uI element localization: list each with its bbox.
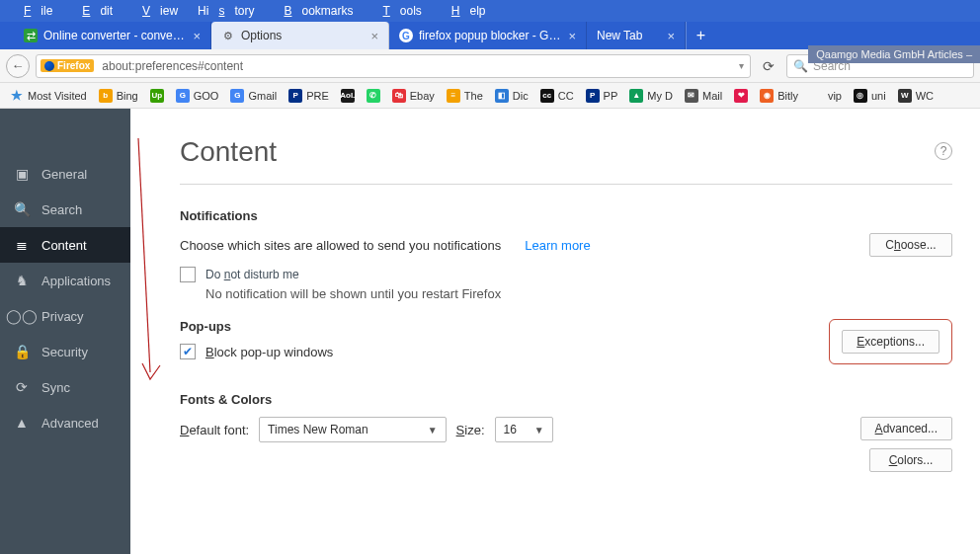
bookmark-icon: ≡ (447, 89, 460, 103)
bookmark-label: uni (871, 90, 886, 102)
notifications-row: Choose which sites are allowed to send y… (180, 233, 952, 257)
help-icon[interactable]: ? (935, 142, 952, 160)
bookmark-item[interactable]: PPP (580, 89, 624, 103)
bookmark-item[interactable]: bBing (93, 89, 144, 103)
sidebar-label: Advanced (41, 416, 99, 431)
default-font-select[interactable]: Times New Roman ▼ (259, 417, 446, 442)
bookmark-icon: ◧ (495, 89, 509, 103)
search-icon: 🔍 (793, 59, 808, 73)
divider (180, 184, 952, 185)
size-label: Size: (456, 423, 485, 437)
sidebar-label: Content (41, 238, 87, 253)
tab-strip: ⇄ Online converter - convert ... × ⚙ Opt… (0, 22, 980, 49)
tab-title: Online converter - convert ... (43, 29, 187, 42)
tab-2[interactable]: G firefox popup blocker - Goo... × (389, 22, 587, 49)
bookmark-icon (810, 89, 824, 103)
sidebar-item-search[interactable]: 🔍Search (0, 192, 130, 227)
menu-bar: File Edit View History Bookmarks Tools H… (0, 0, 980, 22)
menu-view[interactable]: View (122, 4, 188, 18)
bookmark-item[interactable]: ◎uni (848, 89, 892, 103)
dropdown-icon[interactable]: ▾ (733, 60, 750, 71)
menu-bookmarks[interactable]: Bookmarks (264, 4, 363, 18)
bookmark-icon: ✆ (367, 89, 380, 103)
sidebar-label: Security (41, 345, 88, 359)
extension-banner[interactable]: Qaamgo Media GmbH Articles – (808, 45, 980, 63)
sidebar-icon: 🔍 (14, 201, 30, 217)
notifications-heading: Notifications (180, 208, 952, 223)
menu-tools[interactable]: Tools (363, 4, 431, 18)
sidebar-label: General (41, 167, 87, 182)
reload-button[interactable]: ⟳ (757, 54, 780, 78)
sidebar-item-applications[interactable]: ♞Applications (0, 263, 130, 298)
bookmark-item[interactable]: Aol. (335, 89, 361, 103)
close-icon[interactable]: × (193, 29, 201, 43)
menu-file[interactable]: File (4, 4, 62, 18)
url-bar[interactable]: Firefox about:preferences#content ▾ (36, 54, 751, 78)
tab-0[interactable]: ⇄ Online converter - convert ... × (14, 22, 211, 49)
sidebar-label: Applications (41, 274, 111, 288)
sidebar-label: Privacy (41, 309, 84, 324)
bookmark-icon: ◎ (854, 89, 867, 103)
bookmark-item[interactable]: ▲My D (623, 89, 679, 103)
new-tab-button[interactable]: + (686, 22, 715, 49)
bookmark-icon: ▲ (629, 89, 643, 103)
advanced-button[interactable]: Advanced... (860, 417, 952, 440)
close-icon[interactable]: × (667, 29, 675, 43)
bookmark-item[interactable]: 🛍Ebay (386, 89, 441, 103)
bookmark-icon: P (586, 89, 600, 103)
bookmark-item[interactable]: ✆ (361, 89, 386, 103)
bookmark-item[interactable]: ✉Mail (679, 89, 728, 103)
bookmarks-bar: ★Most VisitedbBingUpGGOOGGmailPPREAol.✆🛍… (0, 83, 980, 109)
font-size-select[interactable]: 16 ▼ (495, 417, 553, 442)
sidebar-item-security[interactable]: 🔒Security (0, 334, 130, 369)
bookmark-icon: ✉ (685, 89, 698, 103)
default-font-label: Default font: (180, 423, 249, 437)
bookmark-item[interactable]: ◉Bitly (754, 89, 804, 103)
tab-title: Options (241, 29, 365, 42)
bookmark-item[interactable]: WWC (892, 89, 939, 103)
sidebar-item-general[interactable]: ▣General (0, 156, 130, 192)
close-icon[interactable]: × (370, 29, 378, 43)
tab-title: firefox popup blocker - Goo... (419, 29, 562, 42)
bookmark-label: Mail (702, 90, 722, 102)
back-button[interactable]: ← (6, 54, 30, 78)
block-popups-checkbox[interactable] (180, 344, 196, 359)
sidebar-item-privacy[interactable]: ◯◯Privacy (0, 298, 130, 334)
bookmark-label: Dic (513, 90, 529, 102)
bookmark-item[interactable]: ≡The (441, 89, 489, 103)
close-icon[interactable]: × (568, 29, 576, 43)
dnd-checkbox[interactable] (180, 267, 196, 282)
sidebar-item-sync[interactable]: ⟳Sync (0, 369, 130, 405)
sidebar-icon: ♞ (14, 273, 30, 288)
tab-3[interactable]: New Tab × (587, 22, 686, 49)
sidebar-item-content[interactable]: ≣Content (0, 227, 130, 263)
chevron-down-icon: ▼ (534, 425, 544, 435)
bookmark-item[interactable]: ❤ (728, 89, 754, 103)
bookmark-item[interactable]: ◧Dic (489, 89, 534, 103)
learn-more-link[interactable]: Learn more (525, 238, 590, 253)
sidebar-item-advanced[interactable]: ▲Advanced (0, 405, 130, 440)
bookmark-item[interactable]: Up (144, 89, 170, 103)
colors-button[interactable]: Colors... (869, 448, 952, 472)
bookmark-item[interactable]: ★Most Visited (4, 89, 93, 103)
choose-button[interactable]: Choose... (869, 233, 952, 257)
exceptions-button[interactable]: Exceptions... (842, 330, 939, 354)
sidebar-label: Sync (41, 380, 70, 395)
menu-history[interactable]: History (188, 4, 264, 18)
fonts-heading: Fonts & Colors (180, 392, 952, 407)
bookmark-item[interactable]: ccCC (534, 89, 580, 103)
tab-1[interactable]: ⚙ Options × (211, 22, 389, 49)
bookmark-icon: b (99, 89, 113, 103)
bookmark-label: PRE (306, 90, 329, 102)
bookmark-item[interactable]: PPRE (283, 89, 335, 103)
bookmark-item[interactable]: GGOO (170, 89, 225, 103)
menu-help[interactable]: Help (432, 4, 496, 18)
sidebar-icon: ◯◯ (14, 308, 30, 324)
block-popups-label: Block pop-up windows (205, 345, 333, 359)
sidebar-icon: ≣ (14, 237, 30, 253)
bookmark-item[interactable]: GGmail (224, 89, 283, 103)
bookmark-item[interactable]: vip (804, 89, 848, 103)
bookmark-icon: Aol. (341, 89, 355, 103)
menu-edit[interactable]: Edit (62, 4, 122, 18)
dnd-label: Do not disturb me (205, 268, 299, 281)
